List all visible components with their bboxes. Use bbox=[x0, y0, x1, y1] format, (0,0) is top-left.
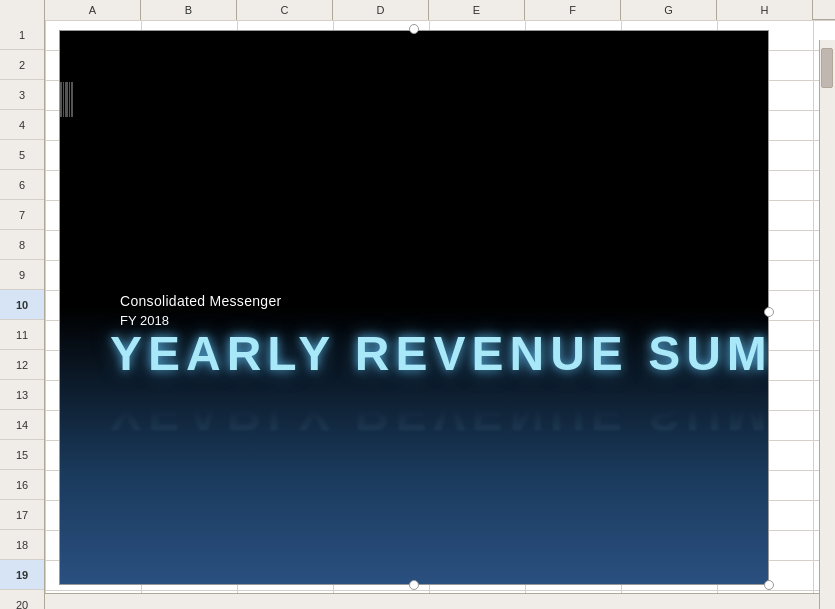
col-header-h[interactable]: H bbox=[717, 0, 813, 20]
row-num-11[interactable]: 11 bbox=[0, 320, 44, 350]
row-num-10[interactable]: 10 bbox=[0, 290, 44, 320]
row-num-18[interactable]: 18 bbox=[0, 530, 44, 560]
row-num-8[interactable]: 8 bbox=[0, 230, 44, 260]
row-num-16[interactable]: 16 bbox=[0, 470, 44, 500]
column-headers: A B C D E F G H bbox=[0, 0, 835, 20]
grid-area: Consolidated Messenger FY 2018 YEARLY RE… bbox=[45, 20, 835, 609]
main-title-reflection: YEARLY REVENUE SUMMARY bbox=[110, 386, 769, 441]
main-title: YEARLY REVENUE SUMMARY bbox=[110, 326, 769, 381]
handle-right-center[interactable] bbox=[764, 307, 774, 317]
col-header-a[interactable]: A bbox=[45, 0, 141, 20]
row-num-12[interactable]: 12 bbox=[0, 350, 44, 380]
row-num-19[interactable]: 19 bbox=[0, 560, 44, 590]
row-num-1[interactable]: 1 bbox=[0, 20, 44, 50]
barcode-decoration bbox=[60, 79, 74, 119]
handle-bottom-center[interactable] bbox=[409, 580, 419, 590]
row-num-3[interactable]: 3 bbox=[0, 80, 44, 110]
col-header-b[interactable]: B bbox=[141, 0, 237, 20]
row-num-13[interactable]: 13 bbox=[0, 380, 44, 410]
row-num-17[interactable]: 17 bbox=[0, 500, 44, 530]
row-num-9[interactable]: 9 bbox=[0, 260, 44, 290]
vertical-scrollbar[interactable] bbox=[819, 40, 835, 609]
row-num-20[interactable]: 20 bbox=[0, 590, 44, 609]
company-name: Consolidated Messenger bbox=[120, 293, 281, 309]
row-num-15[interactable]: 15 bbox=[0, 440, 44, 470]
handle-top-center[interactable] bbox=[409, 24, 419, 34]
handle-bottom-right[interactable] bbox=[764, 580, 774, 590]
spreadsheet: A B C D E F G H 1 2 3 4 5 6 7 8 9 10 11 … bbox=[0, 0, 835, 609]
scrollbar-thumb-v[interactable] bbox=[821, 48, 833, 88]
slide-object[interactable]: Consolidated Messenger FY 2018 YEARLY RE… bbox=[59, 30, 769, 585]
row-num-7[interactable]: 7 bbox=[0, 200, 44, 230]
col-header-d[interactable]: D bbox=[333, 0, 429, 20]
col-header-e[interactable]: E bbox=[429, 0, 525, 20]
row-numbers: 1 2 3 4 5 6 7 8 9 10 11 12 13 14 15 16 1… bbox=[0, 20, 45, 609]
col-header-f[interactable]: F bbox=[525, 0, 621, 20]
slide-text-area: Consolidated Messenger FY 2018 YEARLY RE… bbox=[60, 31, 768, 584]
rows-area: 1 2 3 4 5 6 7 8 9 10 11 12 13 14 15 16 1… bbox=[0, 20, 835, 609]
row-num-14[interactable]: 14 bbox=[0, 410, 44, 440]
horizontal-scrollbar[interactable] bbox=[45, 593, 819, 609]
row-num-2[interactable]: 2 bbox=[0, 50, 44, 80]
col-header-g[interactable]: G bbox=[621, 0, 717, 20]
row-num-4[interactable]: 4 bbox=[0, 110, 44, 140]
row-num-5[interactable]: 5 bbox=[0, 140, 44, 170]
corner-cell[interactable] bbox=[0, 0, 45, 20]
col-header-c[interactable]: C bbox=[237, 0, 333, 20]
row-num-6[interactable]: 6 bbox=[0, 170, 44, 200]
